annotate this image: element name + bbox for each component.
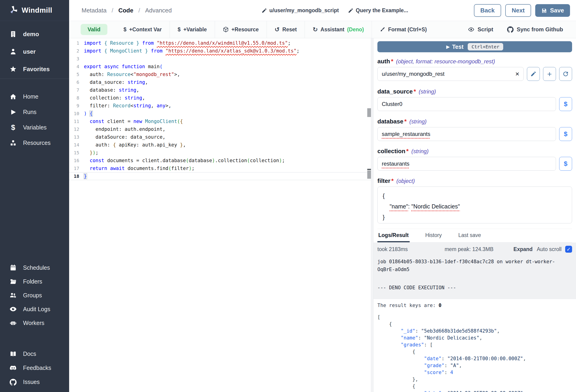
collection-field-label: collection* (string) [377,148,572,155]
line-number: 14 [69,142,84,148]
sidebar-divider [0,79,69,79]
groups-icon [9,291,17,299]
format-button[interactable]: Format (Ctrl+S) [372,24,434,35]
sidebar-item-docs[interactable]: Docs [0,347,69,361]
script-title[interactable]: Query the Example... [348,0,408,21]
edit-resource-button[interactable] [527,67,540,81]
sidebar-item-audit-logs[interactable]: Audit Logs [0,302,69,316]
sidebar-item-folders[interactable]: Folders [0,275,69,288]
autoscroll-checkbox[interactable]: ✓ [565,246,572,253]
tab-metadata[interactable]: Metadata [82,7,106,14]
sidebar-item-resources[interactable]: Resources [0,135,69,151]
database-var-picker-button[interactable]: $ [559,127,572,141]
filter-json-editor[interactable]: { "name": "Nordic Delicacies" } [377,187,572,224]
result-json-line: "grade": "A", [377,362,572,369]
script-path[interactable]: u/user/my_mongodb_script [261,0,339,21]
topbar: Metadata / Code / Advanced u/user/my_mon… [69,0,576,21]
result-intro: The result keys are: 0 [377,303,572,309]
add-context-var-button[interactable]: $ +Context Var [116,24,170,35]
sidebar-item-variables[interactable]: $ Variables [0,120,69,135]
play-icon: ▶ [446,44,450,50]
result-json: [ { "_id": "5eb3d668b31de5d588f4293b", "… [377,314,572,392]
tab-history[interactable]: History [424,229,443,242]
clear-icon[interactable]: × [515,70,519,77]
back-button[interactable]: Back [474,4,501,17]
expand-button[interactable]: Expand [514,246,533,252]
tab-advanced[interactable]: Advanced [145,7,172,14]
schedules-label: Schedules [23,264,50,271]
add-variable-button[interactable]: $ +Variable [170,24,214,35]
script-path-text: u/user/my_mongodb_script [269,7,339,14]
line-number: 2 [69,48,84,54]
refresh-resource-button[interactable] [559,67,572,81]
panel-resizer[interactable] [371,38,374,392]
result-json-line: "date": "2014-08-21T00:00:00.000Z", [377,355,572,362]
reset-button[interactable]: ↺ Reset [267,24,305,35]
calendar-icon [9,264,17,272]
collection-input[interactable]: restaurants [377,157,556,171]
code-line: 1import { Resource } from "https://deno.… [69,39,371,47]
dollar-icon: $ [178,27,181,33]
refresh-icon [563,71,569,77]
docs-label: Docs [23,351,36,357]
line-number: 17 [69,166,84,171]
result-json-line: { [377,321,572,328]
line-number: 11 [69,119,84,124]
save-button[interactable]: Save [535,4,570,17]
sidebar-item-issues[interactable]: Issues [0,375,69,389]
breadcrumb-separator: / [139,7,140,14]
tab-code[interactable]: Code [118,7,133,14]
code-line: 13 dataSource: data_source, [69,133,371,141]
valid-badge: Valid [81,24,107,35]
tab-last-save[interactable]: Last save [457,229,482,242]
sidebar-item-groups[interactable]: Groups [0,288,69,302]
sidebar-item-workers[interactable]: Workers [0,316,69,330]
dollar-icon: $ [123,27,126,33]
test-button[interactable]: ▶ Test Ctrl+Enter [377,41,572,52]
favorites-label: Favorites [23,66,50,73]
data-source-var-picker-button[interactable]: $ [559,97,572,111]
memory-stat: mem peak: 124.3MB [445,246,493,252]
filter-field-label: filter* (object) [377,177,572,185]
tab-logs-result[interactable]: Logs/Result [377,229,410,242]
code-line: 14 auth: { apiKey: auth.api_key }, [69,141,371,149]
code-line: 6 data_source: string, [69,78,371,86]
resources-label: Resources [23,140,51,146]
next-button[interactable]: Next [505,4,531,17]
editor-toolbar: Valid $ +Context Var $ +Variable +Resour… [69,21,576,38]
cube-icon [223,27,229,32]
add-resource-button-small[interactable]: + [543,67,556,81]
assistant-button[interactable]: ↻ Assistant (Deno) [305,24,372,35]
sidebar-item-feedbacks[interactable]: Feedbacks [0,361,69,375]
reset-icon: ↺ [275,26,280,33]
folders-label: Folders [23,278,42,285]
star-icon [9,65,17,73]
feedbacks-label: Feedbacks [23,364,51,371]
eye-icon [9,305,17,313]
script-kind-button[interactable]: Script [468,26,493,33]
pencil-icon [261,8,267,13]
auth-resource-input[interactable]: u/user/my_mongodb_rest × [377,67,524,81]
add-resource-button[interactable]: +Resource [215,24,267,35]
sidebar-item-favorites[interactable]: Favorites [0,61,69,77]
sidebar: Windmill demo user Favorites Home [0,0,69,392]
sidebar-item-user[interactable]: user [0,43,69,60]
windmill-logo[interactable]: Windmill [0,0,69,21]
data-source-input[interactable]: Cluster0 [377,97,556,111]
collection-var-picker-button[interactable]: $ [559,157,572,171]
code-editor[interactable]: 1import { Resource } from "https://deno.… [69,38,371,392]
result-json-line: [ [377,314,572,321]
sidebar-item-runs[interactable]: Runs [0,104,69,120]
sidebar-item-workspace[interactable]: demo [0,26,69,42]
sidebar-item-home[interactable]: Home [0,89,69,104]
windmill-app: Windmill demo user Favorites Home [0,0,576,392]
test-panel: ▶ Test Ctrl+Enter auth* (object, format:… [374,38,576,392]
discord-icon [9,364,17,372]
play-icon [9,108,17,116]
script-title-text: Query the Example... [356,7,408,14]
result-json-line: }, [377,376,572,383]
refresh-icon: ↻ [313,26,318,33]
database-input[interactable]: sample_restaurants [377,127,556,141]
sidebar-item-schedules[interactable]: Schedules [0,261,69,275]
sync-github-button[interactable]: Sync from Github [507,26,563,33]
